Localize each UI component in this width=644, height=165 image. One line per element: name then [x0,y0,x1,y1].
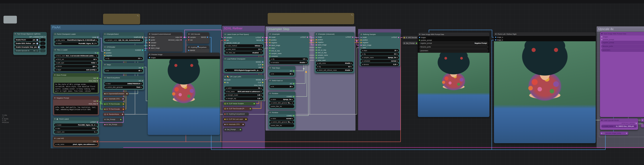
collapse-dot-icon[interactable] [270,93,271,94]
arrow-button[interactable]: → [40,49,46,52]
exponential-scheduler-input-slot-dot[interactable] [104,93,106,94]
seed-slot-dot[interactable] [360,47,362,48]
combo-right-arrow-icon[interactable]: ▶ [141,70,142,71]
end_at_step-slot-dot[interactable] [316,50,317,51]
positive-slot-dot[interactable] [269,39,270,41]
collapse-dot-icon[interactable] [361,34,362,35]
refining-sampler-widget-sampler_name[interactable]: ◀sampler_namedpmpp_2m▶ [361,56,399,59]
combo-right-arrow-icon[interactable]: ▶ [141,87,142,88]
LATENT-slot-dot[interactable] [262,37,263,38]
pixart-checkpoint-loader-header[interactable]: PixArt Checkpoint Loader [53,32,100,36]
positive-slot-dot[interactable] [360,40,362,41]
collapse-dot-icon[interactable] [106,103,108,105]
join-strings-input-slot-dot[interactable] [642,120,643,121]
node-load-vae[interactable]: Load VAEVAE◀vae_namepixart_sigma_vae.saf… [53,136,99,147]
node-pixart-left-refiner-right[interactable]: PixArt Left / Refiner Rightimage_aimage_… [494,32,596,143]
toggle-pill[interactable]: Enable SDXL Refineryes [14,42,40,45]
combo-right-arrow-icon[interactable]: ▶ [96,40,97,41]
load-refiner-checkpoint-header[interactable]: Load Refiner Checkpoint [223,57,264,61]
load-vae-header[interactable]: Load VAE [53,136,99,140]
show_help-slot-dot[interactable] [262,85,263,86]
scheduler-slot-dot[interactable] [269,56,270,57]
ksampler-advanced-widget-cfg[interactable]: ◀cfg6.0▶ [316,65,353,68]
seed-everywhere-widget-control_after_generate[interactable]: ◀control_after_generatefixed▶ [104,86,143,89]
node-steps[interactable]: StepsINT◀int40▶ [103,63,144,74]
combo-left-arrow-icon[interactable]: ◀ [270,99,272,100]
node-t5-text-encode-negative[interactable]: T5 Text Encode [103,107,125,111]
primitive-sampler-header[interactable]: Primitive [268,92,296,95]
collapse-dot-icon[interactable] [642,125,643,126]
collapse-dot-icon[interactable] [188,47,190,48]
t5v11-loader-widget-device[interactable]: ◀devicegpu▶ [54,65,98,68]
node-random-noise[interactable]: RandomNoise [103,113,124,116]
t5v11-loader-widget-t5v11_ver[interactable]: ◀t5v11_verxxl▶ [54,58,98,61]
combo-right-arrow-icon[interactable]: ▶ [96,144,96,145]
node-negative-prompt[interactable]: Negative Prompttextshow_helpnsfw, nude, … [53,96,99,115]
IMAGE-slot-dot[interactable] [262,40,263,41]
node-pixart-latent[interactable]: ▦PixArt LatentLATENT◀modelPixArtMS_Sigma… [53,117,99,135]
CLIP-slot-dot[interactable] [262,64,263,65]
node-ksampler-advanced[interactable]: KSampler (Advanced)modelLATENTpositivene… [314,32,354,73]
combo-right-arrow-icon[interactable]: ▶ [292,99,293,100]
GUIDER-slot-dot[interactable] [142,50,143,51]
images-slot-dot[interactable] [601,36,602,37]
combo-right-arrow-icon[interactable]: ▶ [292,118,293,119]
group-upscale-4x-title[interactable]: Upscale 4x [597,27,644,32]
collapse-dot-icon[interactable] [104,77,106,78]
collapse-dot-icon[interactable] [270,80,271,81]
node-ksampler-select[interactable]: KSamplerSelectSAMPLER◀sampler_nameclyb_4… [103,32,144,44]
latent_image-slot-dot[interactable] [269,45,270,46]
vae-slot-dot[interactable] [224,40,226,41]
t5-text-encode-positive-input-slot-dot[interactable] [104,103,106,105]
noise_seed-slot-dot[interactable] [316,60,317,61]
collapse-dot-icon[interactable] [226,113,228,115]
vae-slot-dot[interactable] [188,39,189,41]
t5v11-loader-header[interactable]: T5v1.1 Loader [53,48,100,52]
positive_prompt-slot-dot[interactable] [601,39,602,40]
combo-left-arrow-icon[interactable]: ◀ [56,59,56,60]
t5v11-loader-widget-dtype[interactable]: ◀dtypeauto (comfy)▶ [54,68,98,71]
combo-left-arrow-icon[interactable]: ◀ [226,98,226,99]
clip-text-encode-prompt-input-slot-dot[interactable] [224,108,226,109]
ksampler-select-widget-sampler_name[interactable]: ◀sampler_nameclyb_4m_sde_momentumized▶ [104,39,143,42]
collapse-dot-icon[interactable] [270,33,271,35]
combo-right-arrow-icon[interactable]: ▶ [141,83,142,84]
combo-left-arrow-icon[interactable]: ◀ [602,126,603,127]
automatic-cfg-input-slot-dot[interactable] [104,98,106,99]
text-slot-dot[interactable] [97,78,98,79]
node-get-prompt-3[interactable]: Get_Prompt [402,42,418,45]
combo-right-arrow-icon[interactable]: ▶ [261,98,262,99]
save-image-with-prompt-data-2-header[interactable]: Save Image With Prompt Data [600,32,644,36]
image_b-slot-dot[interactable] [495,39,496,41]
vae-decode-2-input-slot-dot[interactable] [404,37,405,38]
denoised_output-slot-dot[interactable] [180,39,182,41]
toggle-row-enable-sdxl-refiner[interactable]: Enable SDXL Refineryes→ [14,42,46,45]
sampler-custom-advanced-header[interactable]: SamplerCustomAdvanced [148,32,183,36]
node-vae-decode[interactable]: VAE DecodesamplesIMAGEvae [187,32,209,44]
combo-right-arrow-icon[interactable]: ▶ [635,126,636,127]
start_at_step-slot-dot[interactable] [316,52,317,53]
collapse-dot-icon[interactable] [226,124,228,125]
latent_image-slot-dot[interactable] [149,48,150,49]
collapse-dot-icon[interactable] [226,119,228,120]
positive-slot-dot[interactable] [316,39,317,40]
toggle-pill[interactable]: Enable Upscale 4xno [14,49,40,52]
save-image-with-prompt-data-2-widget-negative_prompt[interactable]: negative_promptNegative Prompt [601,41,644,44]
node-automatic-cfg-2[interactable]: Automatic CFG [223,123,245,126]
combo-left-arrow-icon[interactable]: ◀ [106,87,106,88]
T5-slot-dot[interactable] [97,52,98,54]
INT-slot-dot[interactable] [293,70,294,72]
collapse-dot-icon[interactable] [104,46,106,48]
clip-set-last-layer-input-slot-dot[interactable] [224,119,226,120]
pixart-latent-widget-batch_size[interactable]: ◀batch_size1▶ [54,130,98,133]
random-noise-input-slot-dot[interactable] [104,114,106,115]
combo-right-arrow-icon[interactable]: ▶ [261,45,262,46]
get-prompt-2-output-slot-dot[interactable] [240,129,241,130]
clip-text-encode-prompt-output-slot-dot[interactable] [250,108,251,109]
collapse-dot-icon[interactable] [54,49,56,50]
latent_image-slot-dot[interactable] [360,45,362,46]
combo-left-arrow-icon[interactable]: ◀ [226,87,226,89]
collapse-dot-icon[interactable] [54,97,56,99]
cfg-guider-header[interactable]: CFGGuider [103,45,144,49]
combo-right-arrow-icon[interactable]: ▶ [292,121,293,123]
